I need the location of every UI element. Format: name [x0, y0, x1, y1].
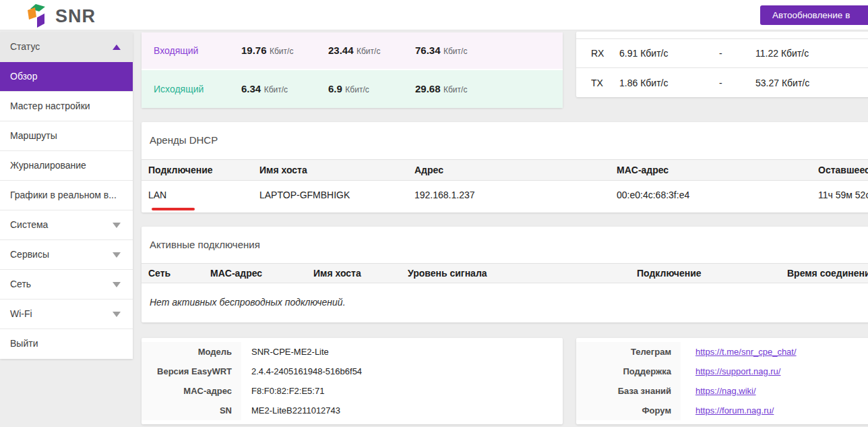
value: 6.9: [328, 83, 342, 94]
sidebar-item-label: Выйти: [10, 338, 38, 349]
chevron-down-icon: [113, 252, 121, 258]
tx-value-1: 1.86 Кбит/с: [619, 78, 719, 88]
value: 6.34: [241, 83, 261, 94]
sidebar-item-label: Обзор: [10, 71, 37, 82]
conn-header-network: Сеть: [142, 268, 204, 279]
info-row-firmware: Версия EasyWRT 2.4.4-2405161948-516b6f54: [142, 362, 563, 381]
connections-table-header: Сеть MAC-адрес Имя хоста Уровень сигнала…: [142, 263, 868, 283]
sidebar-item-label: Маршруты: [10, 130, 57, 141]
dhcp-cell-connection: LAN: [142, 190, 253, 200]
conn-header-signal: Уровень сигнала: [401, 268, 630, 279]
sidebar-item-label: Графики в реальном в...: [10, 190, 117, 200]
value: 19.76: [241, 45, 267, 56]
link-label: Телеграм: [576, 342, 681, 362]
info-label: SN: [142, 401, 241, 420]
support-link[interactable]: https://support.nag.ru/: [695, 366, 780, 376]
sidebar-nav: Статус Обзор Мастер настройки Маршруты Ж…: [0, 32, 133, 359]
info-value: SNR-CPE-ME2-Lite: [241, 347, 563, 357]
incoming-value-3: 76.34 Кбит/с: [415, 45, 563, 57]
unit-label: Кбит/с: [356, 47, 380, 56]
sidebar-item-logging[interactable]: Журналирование: [0, 151, 133, 181]
tx-value-2: 53.27 Кбит/с: [755, 78, 868, 88]
lan-underline-annotation: [152, 208, 195, 210]
sidebar-item-realtime-graphs[interactable]: Графики в реальном в...: [0, 181, 133, 210]
sidebar-item-network[interactable]: Сеть: [0, 270, 133, 300]
incoming-traffic-row: Входящий 19.76 Кбит/с 23.44 Кбит/с 76.34…: [142, 32, 563, 70]
unit-label: Кбит/с: [443, 85, 467, 94]
router-admin-screen: SNR Автообновление в Статус Обзор Мастер…: [0, 0, 868, 427]
snr-logo-icon: [24, 3, 51, 29]
tx-label: TX: [591, 78, 619, 88]
incoming-label: Входящий: [154, 45, 241, 56]
snr-logo: SNR: [24, 3, 96, 29]
telegram-link[interactable]: https://t.me/snr_cpe_chat/: [695, 347, 797, 357]
sidebar-item-logout[interactable]: Выйти: [0, 329, 133, 359]
info-row-mac: MAC-адрес F8:F0:82:F2:E5:71: [142, 381, 563, 401]
sidebar-item-label: Статус: [10, 41, 40, 52]
top-bar: SNR Автообновление в: [0, 0, 868, 30]
conn-header-mac: MAC-адрес: [204, 268, 307, 279]
chevron-down-icon: [113, 282, 121, 287]
sidebar-item-status[interactable]: Статус: [0, 32, 133, 62]
unit-label: Кбит/с: [443, 47, 467, 56]
dhcp-table-header: Подключение Имя хоста Адрес MAC-адрес Ос…: [142, 159, 868, 181]
sidebar-item-services[interactable]: Сервисы: [0, 240, 133, 270]
rx-label: RX: [591, 48, 619, 59]
dhcp-cell-address: 192.168.1.237: [408, 190, 610, 200]
dhcp-table-row: LAN LAPTOP-GFMBHIGK 192.168.1.237 00:e0:…: [142, 181, 868, 209]
device-info-card: Модель SNR-CPE-ME2-Lite Версия EasyWRT 2…: [142, 338, 563, 424]
sidebar-item-label: Wi-Fi: [10, 308, 32, 319]
sidebar-item-routes[interactable]: Маршруты: [0, 121, 133, 151]
info-row-model: Модель SNR-CPE-ME2-Lite: [142, 342, 563, 362]
dhcp-header-lease-time: Оставшееся время аренды: [811, 165, 868, 175]
tx-row: TX 1.86 Кбит/с - 53.27 Кбит/с: [576, 68, 868, 97]
sidebar-item-label: Система: [10, 219, 48, 230]
info-value: ME2-LiteB2211012743: [241, 405, 563, 416]
value: 29.68: [415, 83, 441, 94]
conn-header-hostname: Имя хоста: [307, 268, 401, 279]
info-label: MAC-адрес: [142, 381, 241, 401]
sidebar-item-label: Журналирование: [10, 160, 86, 171]
rx-dash: -: [719, 48, 755, 59]
link-row-telegram: Телеграм https://t.me/snr_cpe_chat/: [576, 342, 868, 362]
unit-label: Кбит/с: [270, 47, 293, 56]
dhcp-leases-card: Аренды DHCP Подключение Имя хоста Адрес …: [142, 122, 868, 212]
rx-value-1: 6.91 Кбит/с: [619, 48, 719, 59]
outgoing-value-3: 29.68 Кбит/с: [415, 83, 563, 95]
link-label: База знаний: [576, 381, 681, 401]
unit-label: Кбит/с: [345, 85, 369, 94]
chevron-up-icon: [113, 45, 121, 50]
sidebar-item-label: Сеть: [10, 279, 31, 289]
main-content: Входящий 19.76 Кбит/с 23.44 Кбит/с 76.34…: [142, 32, 868, 424]
support-links-card: Телеграм https://t.me/snr_cpe_chat/ Подд…: [576, 338, 868, 424]
dhcp-card-title: Аренды DHCP: [142, 122, 868, 159]
info-label: Модель: [142, 342, 241, 362]
outgoing-label: Исходящий: [154, 84, 241, 94]
wiki-link[interactable]: https://nag.wiki/: [695, 386, 756, 396]
logo-text: SNR: [55, 6, 96, 27]
dhcp-header-hostname: Имя хоста: [253, 165, 408, 175]
link-row-wiki: База знаний https://nag.wiki/: [576, 381, 868, 401]
forum-link[interactable]: https://forum.nag.ru/: [695, 405, 774, 416]
chevron-down-icon: [113, 312, 121, 317]
interface-stats-card: RX 6.91 Кбит/с - 11.22 Кбит/с TX 1.86 Кб…: [576, 32, 868, 97]
sidebar-item-setup-wizard[interactable]: Мастер настройки: [0, 92, 133, 121]
value: 76.34: [415, 45, 441, 56]
connections-card-title: Активные подключения: [142, 227, 868, 263]
traffic-card: Входящий 19.76 Кбит/с 23.44 Кбит/с 76.34…: [142, 32, 563, 108]
info-row-sn: SN ME2-LiteB2211012743: [142, 401, 563, 420]
sidebar-item-system[interactable]: Система: [0, 210, 133, 240]
conn-header-uptime: Время соединения: [780, 268, 868, 279]
sidebar-item-overview[interactable]: Обзор: [0, 62, 133, 92]
sidebar-item-label: Сервисы: [10, 249, 49, 260]
info-value: 2.4.4-2405161948-516b6f54: [241, 366, 563, 376]
auto-refresh-button[interactable]: Автообновление в: [760, 5, 868, 25]
connections-empty-state: Нет активных беспроводных подключений.: [142, 283, 868, 322]
dhcp-cell-lease-time: 11ч 59м 52с: [811, 190, 868, 200]
link-row-forum: Форум https://forum.nag.ru/: [576, 401, 868, 420]
unit-label: Кбит/с: [264, 85, 288, 94]
info-label: Версия EasyWRT: [142, 362, 241, 381]
outgoing-value-2: 6.9 Кбит/с: [328, 83, 415, 95]
link-row-support: Поддержка https://support.nag.ru/: [576, 362, 868, 381]
sidebar-item-wifi[interactable]: Wi-Fi: [0, 300, 133, 329]
